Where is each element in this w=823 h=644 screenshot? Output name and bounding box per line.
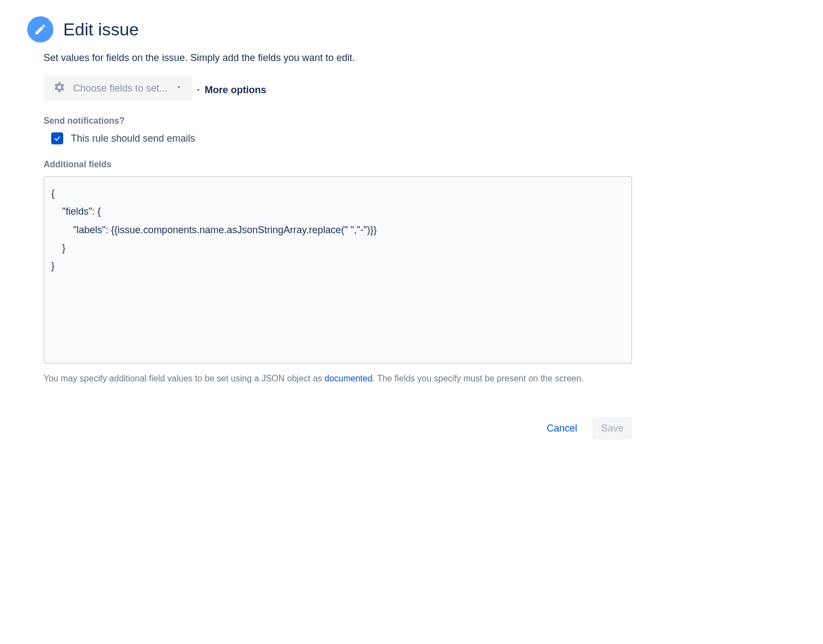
choose-fields-dropdown[interactable]: Choose fields to set...	[44, 76, 192, 101]
page-description: Set values for fields on the issue. Simp…	[44, 52, 632, 64]
additional-fields-help: You may specify additional field values …	[44, 372, 632, 386]
cancel-button[interactable]: Cancel	[538, 417, 586, 440]
page-title: Edit issue	[63, 20, 139, 40]
chevron-down-icon	[175, 83, 183, 93]
send-emails-row: This rule should send emails	[51, 132, 632, 144]
more-options-label: More options	[205, 84, 267, 96]
choose-fields-label: Choose fields to set...	[73, 83, 167, 94]
send-emails-label: This rule should send emails	[71, 133, 195, 144]
save-button[interactable]: Save	[592, 417, 632, 440]
documented-link[interactable]: documented	[324, 374, 372, 383]
header-row: Edit issue	[27, 16, 796, 42]
button-row: Cancel Save	[44, 417, 632, 440]
send-notifications-label: Send notifications?	[44, 116, 632, 126]
more-options-toggle[interactable]: More options	[195, 84, 267, 96]
send-emails-checkbox[interactable]	[51, 132, 63, 144]
help-prefix: You may specify additional field values …	[44, 374, 324, 383]
gear-icon	[53, 81, 65, 95]
help-suffix: . The fields you specify must be present…	[372, 374, 583, 383]
edit-issue-icon	[27, 16, 53, 42]
additional-fields-label: Additional fields	[44, 160, 632, 169]
chevron-down-icon	[195, 84, 202, 96]
additional-fields-textarea[interactable]	[44, 176, 632, 364]
